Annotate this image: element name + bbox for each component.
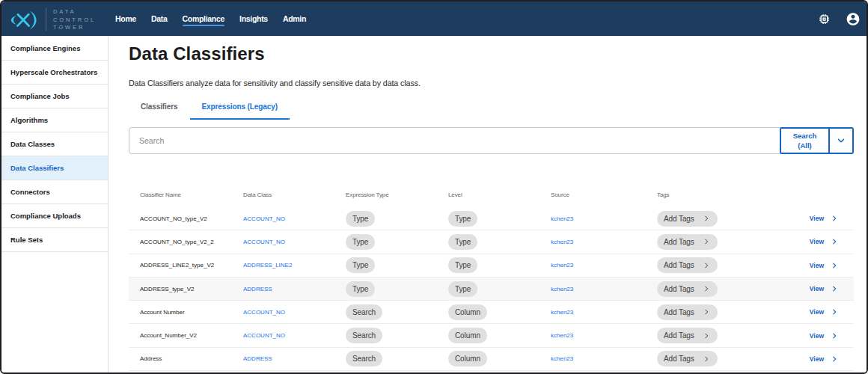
nav-item-insights[interactable]: Insights	[239, 14, 268, 23]
sidebar-item-algorithms[interactable]: Algorithms	[1, 108, 108, 132]
data-class-link[interactable]: ADDRESS	[243, 355, 272, 362]
data-class-link[interactable]: ACCOUNT_NO	[243, 239, 285, 245]
column-header-data-class: Data Class	[243, 191, 346, 198]
view-link[interactable]: View	[810, 308, 824, 316]
chevron-right-icon	[703, 332, 710, 340]
sidebar-item-connectors[interactable]: Connectors	[1, 180, 108, 204]
add-tags-button[interactable]: Add Tags	[657, 328, 718, 343]
table-row: ADDRESS_type_V2 ADDRESS Type Type kchen2…	[129, 278, 854, 301]
top-navbar: DATA CONTROL TOWER Home Data Compliance …	[1, 1, 867, 36]
column-header-level: Level	[448, 191, 551, 198]
column-header-source: Source	[551, 191, 657, 198]
data-class-link[interactable]: ACCOUNT_NO	[243, 215, 285, 222]
nav-item-data[interactable]: Data	[151, 14, 168, 23]
search-all-button[interactable]: Search (All)	[781, 129, 828, 153]
table-header-row: Classifier Name Data Class Expression Ty…	[129, 183, 854, 207]
column-header-expression-type: Expression Type	[346, 191, 448, 198]
classifier-name-cell: ADDRESS_LINE2_type_V2	[129, 262, 243, 269]
page-subtitle: Data Classifiers analyze data for sensit…	[129, 79, 421, 88]
add-tags-button[interactable]: Add Tags	[657, 304, 718, 320]
level-badge: Type	[448, 281, 477, 297]
data-class-link[interactable]: ACCOUNT_NO	[243, 309, 285, 316]
wordmark-line: DATA	[53, 8, 96, 16]
expression-type-badge: Type	[346, 281, 375, 297]
view-link[interactable]: View	[810, 215, 824, 222]
add-tags-button[interactable]: Add Tags	[657, 211, 718, 227]
add-tags-button[interactable]: Add Tags	[657, 281, 718, 297]
data-class-link[interactable]: ACCOUNT_NO	[243, 332, 285, 339]
chevron-right-icon	[831, 215, 838, 222]
classifier-name-cell: Address	[129, 355, 243, 362]
expression-type-badge: Type	[346, 211, 375, 227]
search-split-button: Search (All)	[780, 127, 854, 154]
sidebar-item-hyperscale-orchestrators[interactable]: Hyperscale Orchestrators	[1, 61, 108, 85]
sidebar: Compliance Engines Hyperscale Orchestrat…	[1, 36, 109, 373]
table-row: Account_Number_V2 ACCOUNT_NO Search Colu…	[129, 324, 854, 347]
classifier-name-cell: ACCOUNT_NO_type_V2	[129, 215, 243, 222]
chevron-right-icon	[831, 262, 838, 269]
chevron-right-icon	[831, 332, 838, 340]
view-link[interactable]: View	[810, 332, 824, 340]
search-options-dropdown[interactable]	[828, 129, 852, 153]
chevron-right-icon	[831, 308, 838, 316]
source-link[interactable]: kchen23	[551, 239, 573, 245]
column-header-tags: Tags	[657, 191, 795, 198]
sidebar-item-compliance-engines[interactable]: Compliance Engines	[1, 37, 108, 61]
expression-type-badge: Search	[346, 304, 382, 320]
tab-expressions-legacy[interactable]: Expressions (Legacy)	[190, 94, 290, 120]
add-tags-button[interactable]: Add Tags	[657, 257, 718, 273]
chevron-right-icon	[703, 285, 710, 292]
brand-wordmark: DATA CONTROL TOWER	[53, 8, 96, 32]
view-link[interactable]: View	[810, 285, 824, 292]
view-link[interactable]: View	[810, 355, 824, 363]
search-bar: Search (All)	[129, 127, 854, 154]
wordmark-line: TOWER	[53, 24, 96, 32]
source-link[interactable]: kchen23	[551, 332, 573, 339]
search-all-button-line2: (All)	[798, 141, 811, 151]
chevron-down-icon	[836, 135, 846, 146]
chevron-right-icon	[703, 262, 710, 269]
source-link[interactable]: kchen23	[551, 286, 573, 292]
memory-icon[interactable]	[816, 11, 831, 26]
level-badge: Type	[448, 257, 477, 273]
view-link[interactable]: View	[810, 238, 824, 245]
sidebar-item-compliance-uploads[interactable]: Compliance Uploads	[1, 204, 108, 228]
add-tags-button[interactable]: Add Tags	[657, 234, 718, 250]
search-input[interactable]	[129, 127, 854, 154]
level-badge: Column	[448, 351, 487, 367]
chevron-right-icon	[831, 285, 838, 292]
level-badge: Type	[448, 234, 477, 250]
data-class-link[interactable]: ADDRESS_LINE2	[243, 262, 292, 269]
nav-item-home[interactable]: Home	[115, 14, 136, 23]
chevron-right-icon	[831, 355, 838, 363]
expression-type-badge: Type	[346, 257, 375, 273]
primary-nav: Home Data Compliance Insights Admin	[115, 1, 306, 36]
table-row: Account Number ACCOUNT_NO Search Column …	[129, 301, 854, 324]
delphix-logo-icon[interactable]	[7, 10, 39, 31]
classifier-name-cell: Account_Number_V2	[129, 332, 243, 339]
table-body: ACCOUNT_NO_type_V2 ACCOUNT_NO Type Type …	[129, 207, 854, 371]
nav-item-compliance[interactable]: Compliance	[183, 14, 225, 23]
sidebar-item-compliance-jobs[interactable]: Compliance Jobs	[1, 85, 108, 108]
source-link[interactable]: kchen23	[551, 215, 573, 222]
nav-item-admin[interactable]: Admin	[283, 14, 306, 23]
classifier-name-cell: Account Number	[129, 309, 243, 316]
account-icon[interactable]	[846, 11, 861, 26]
add-tags-button[interactable]: Add Tags	[657, 351, 718, 367]
chevron-right-icon	[703, 355, 710, 363]
view-link[interactable]: View	[810, 262, 824, 269]
source-link[interactable]: kchen23	[551, 355, 573, 362]
classifier-name-cell: ADDRESS_type_V2	[129, 286, 243, 292]
source-link[interactable]: kchen23	[551, 262, 573, 269]
level-badge: Type	[448, 211, 477, 227]
chevron-right-icon	[831, 238, 838, 245]
sidebar-item-data-classifiers[interactable]: Data Classifiers	[1, 156, 108, 180]
tab-bar: Classifiers Expressions (Legacy)	[129, 94, 290, 120]
tab-classifiers[interactable]: Classifiers	[129, 94, 190, 120]
data-class-link[interactable]: ADDRESS	[243, 286, 272, 292]
sidebar-item-data-classes[interactable]: Data Classes	[1, 132, 108, 156]
source-link[interactable]: kchen23	[551, 309, 573, 316]
page-title: Data Classifiers	[129, 43, 265, 64]
sidebar-item-rule-sets[interactable]: Rule Sets	[1, 228, 108, 252]
expression-type-badge: Type	[346, 234, 375, 250]
